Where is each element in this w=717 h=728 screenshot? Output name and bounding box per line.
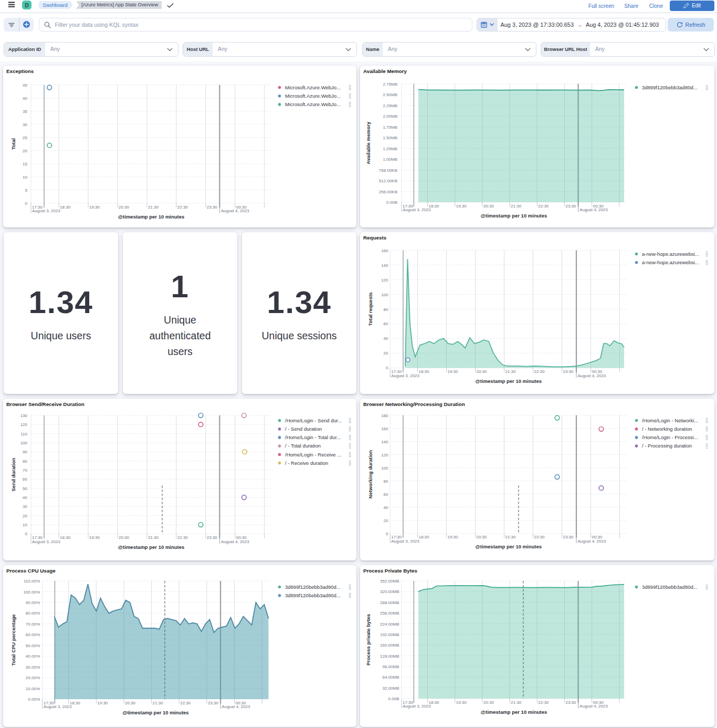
svg-text:120: 120 [381, 278, 388, 283]
svg-text:Browser Networking/Processing: Browser Networking/Processing Duration [363, 401, 465, 407]
svg-text:100.00%: 100.00% [23, 590, 40, 595]
svg-text:20: 20 [23, 149, 27, 153]
svg-text:Networking duration: Networking duration [367, 450, 373, 499]
svg-text:60: 60 [23, 477, 27, 482]
svg-text:30: 30 [23, 122, 27, 127]
svg-text:70.00%: 70.00% [26, 622, 40, 627]
svg-text:3d899f120bebb3ad80d...: 3d899f120bebb3ad80d... [642, 584, 698, 590]
svg-text:20: 20 [384, 518, 388, 523]
svg-text:19:30: 19:30 [89, 535, 100, 540]
svg-text:Microsoft.Azure.WebJo...: Microsoft.Azure.WebJo... [285, 85, 341, 90]
svg-text:August 3, 2023: August 3, 2023 [391, 373, 419, 378]
svg-text:Exceptions: Exceptions [6, 68, 34, 74]
svg-text:23:30: 23:30 [207, 205, 218, 210]
svg-text:18:30: 18:30 [60, 205, 71, 210]
svg-text:23:30: 23:30 [208, 701, 219, 705]
svg-text:3d899f120bebb3ad80d...: 3d899f120bebb3ad80d... [285, 592, 341, 598]
svg-text:22:30: 22:30 [538, 204, 549, 209]
svg-text:224.00MB: 224.00MB [380, 622, 399, 627]
svg-text:2.25MB: 2.25MB [383, 103, 397, 108]
svg-text:/Home/Login - Networki...: /Home/Login - Networki... [642, 418, 698, 423]
svg-text:160: 160 [381, 427, 388, 431]
svg-text:August 4, 2023: August 4, 2023 [221, 539, 249, 544]
svg-text:19:30: 19:30 [456, 700, 467, 705]
svg-text:21:30: 21:30 [511, 204, 522, 209]
svg-text:140: 140 [381, 263, 388, 268]
svg-text:30: 30 [23, 504, 27, 509]
svg-text:August 4, 2023: August 4, 2023 [221, 209, 249, 213]
svg-text:a-new-hope.azurewebsi...: a-new-hope.azurewebsi... [642, 251, 699, 257]
svg-text:/ - Receive duration: / - Receive duration [285, 460, 328, 466]
svg-text:21:30: 21:30 [505, 535, 516, 539]
svg-text:1.50MB: 1.50MB [383, 136, 397, 140]
svg-text:100: 100 [381, 466, 388, 471]
svg-text:120: 120 [20, 422, 28, 427]
svg-text:10: 10 [23, 175, 27, 180]
svg-text:288.00MB: 288.00MB [380, 600, 399, 605]
svg-text:160.00MB: 160.00MB [380, 643, 399, 648]
svg-text:Process Private Bytes: Process Private Bytes [363, 568, 417, 574]
svg-text:256.00KB: 256.00KB [379, 190, 397, 194]
svg-text:0.00B: 0.00B [386, 200, 397, 205]
svg-text:40: 40 [384, 505, 388, 510]
svg-text:August 4, 2023: August 4, 2023 [579, 704, 608, 709]
svg-text:768.00KB: 768.00KB [379, 168, 397, 173]
svg-text:90.00%: 90.00% [26, 600, 40, 605]
svg-text:August 3, 2023: August 3, 2023 [44, 704, 72, 709]
svg-text:18:30: 18:30 [60, 535, 71, 540]
svg-text:Send duration: Send duration [10, 457, 16, 491]
svg-text:23:30: 23:30 [207, 535, 218, 540]
svg-text:Process private bytes: Process private bytes [365, 614, 371, 665]
svg-text:50.00%: 50.00% [26, 643, 40, 648]
svg-text:320.00MB: 320.00MB [380, 589, 399, 594]
svg-text:1.75MB: 1.75MB [383, 125, 397, 130]
svg-text:19:30: 19:30 [448, 369, 459, 374]
svg-text:40: 40 [23, 96, 27, 101]
svg-text:2.50MB: 2.50MB [383, 92, 397, 97]
svg-text:@timestamp per 10 minutes: @timestamp per 10 minutes [476, 378, 542, 384]
svg-text:Process CPU Usage: Process CPU Usage [6, 568, 56, 574]
svg-text:40: 40 [23, 495, 27, 500]
svg-text:40: 40 [384, 336, 388, 341]
svg-text:110: 110 [20, 432, 27, 436]
svg-text:22:30: 22:30 [177, 205, 188, 210]
svg-text:5: 5 [25, 188, 28, 193]
svg-text:60: 60 [384, 492, 388, 497]
svg-text:64.00MB: 64.00MB [382, 675, 399, 680]
svg-text:110.00%: 110.00% [24, 579, 40, 584]
svg-text:a-new-hope.azurewebsi...: a-new-hope.azurewebsi... [642, 259, 699, 265]
svg-text:1.00MB: 1.00MB [383, 157, 397, 162]
svg-text:Microsoft.Azure.WebJo...: Microsoft.Azure.WebJo... [285, 93, 341, 99]
svg-text:140: 140 [381, 440, 388, 444]
svg-text:120: 120 [381, 453, 388, 457]
svg-text:21:30: 21:30 [148, 535, 159, 540]
svg-text:22:30: 22:30 [534, 535, 545, 539]
svg-text:Total CPU percentage: Total CPU percentage [10, 614, 16, 665]
svg-text:20:30: 20:30 [483, 204, 494, 209]
svg-text:August 3, 2023: August 3, 2023 [32, 539, 60, 544]
svg-text:@timestamp per 10 minutes: @timestamp per 10 minutes [481, 709, 547, 715]
svg-text:19:30: 19:30 [89, 205, 100, 210]
svg-text:August 3, 2023: August 3, 2023 [391, 539, 419, 544]
svg-text:160: 160 [381, 248, 388, 253]
svg-text:2.00MB: 2.00MB [383, 114, 397, 119]
svg-text:Available memory: Available memory [365, 121, 371, 164]
svg-text:22:30: 22:30 [538, 700, 549, 705]
svg-text:0: 0 [386, 532, 388, 536]
svg-text:@timestamp per 10 minutes: @timestamp per 10 minutes [118, 214, 184, 220]
svg-text:80: 80 [23, 459, 27, 464]
svg-text:100: 100 [20, 441, 28, 445]
svg-text:20: 20 [384, 351, 388, 356]
svg-text:20:30: 20:30 [125, 701, 136, 705]
svg-text:25: 25 [23, 136, 27, 140]
svg-text:/Home/Login - Receive ...: /Home/Login - Receive ... [285, 452, 341, 457]
svg-text:0.00%: 0.00% [28, 697, 40, 702]
svg-text:30.00%: 30.00% [26, 665, 40, 670]
svg-text:21:30: 21:30 [153, 701, 164, 705]
svg-text:70: 70 [23, 468, 27, 473]
svg-text:20:30: 20:30 [483, 700, 494, 705]
svg-text:20:30: 20:30 [477, 369, 488, 374]
svg-text:19:30: 19:30 [456, 204, 467, 209]
svg-text:August 4, 2023: August 4, 2023 [578, 539, 606, 544]
svg-text:/Home/Login - Processi...: /Home/Login - Processi... [642, 434, 698, 440]
